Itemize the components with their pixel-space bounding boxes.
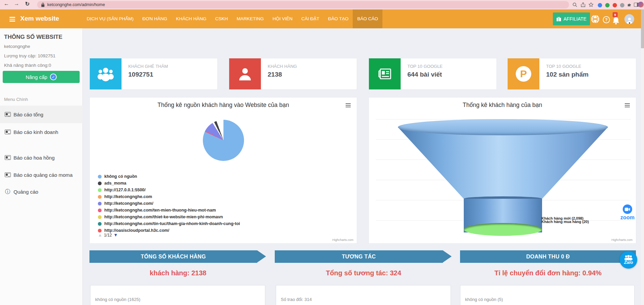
customers-summary: khách hàng: 2138 — [89, 269, 267, 277]
puzzle-extensions-icon[interactable] — [626, 2, 633, 8]
list-item-label: không có nguồn (1625) — [95, 297, 140, 302]
bookmark-star-icon[interactable] — [588, 2, 594, 8]
legend-page-down-icon[interactable]: ▼ — [113, 232, 118, 238]
nav-item-marketing[interactable]: MARKETING — [232, 9, 268, 28]
legend-item[interactable]: không có nguồn — [98, 173, 240, 180]
legend-page-up-icon[interactable]: ▲ — [98, 232, 102, 238]
nav-item-bao-cao[interactable]: BÁO CÁO — [353, 9, 382, 28]
legend-item[interactable]: http://ketcongnghe.com/ten-mien-thuong-h… — [98, 207, 240, 214]
legend-item[interactable]: http://ketcongnghe.com/thiet-ke-website-… — [98, 214, 240, 220]
sidebar-item-bao-cao-quang-cao-moma[interactable]: Báo cáo quảng cáo moma — [0, 166, 83, 184]
list-item-label: không có nguồn (5) — [465, 297, 503, 302]
report-icon — [5, 172, 11, 177]
legend-item[interactable]: http://oasiscloudportal.h3c.com/ — [98, 227, 240, 234]
banner-interactions[interactable]: TƯƠNG TÁC — [275, 250, 443, 263]
browser-reload-button[interactable]: ↻ — [24, 1, 31, 7]
banner-title: TỔNG SỐ KHÁCH HÀNG — [141, 254, 206, 260]
upgrade-button[interactable]: Nâng cấp ✓ — [3, 71, 80, 83]
sidebar-item-bao-cao-tong[interactable]: Báo cáo tổng — [0, 106, 83, 123]
help-icon[interactable]: ? — [602, 16, 611, 24]
legend-dot — [98, 202, 102, 205]
sidebar-item-bao-cao-kinh-doanh[interactable]: Báo cáo kinh doanh — [0, 123, 83, 141]
conversion-summary: Tỉ lệ chuyển đổi đơn hàng: 0.94% — [460, 269, 636, 277]
chart-menu-icon[interactable] — [346, 103, 351, 108]
stat-value: 644 bài viết — [407, 71, 442, 78]
stat-card-visitors[interactable]: KHÁCH GHÉ THĂM 1092751 — [89, 58, 218, 90]
nav-item-khach-hang[interactable]: KHÁCH HÀNG — [172, 9, 211, 28]
stat-card-articles[interactable]: TOP 10 GOOGLE 644 bài viết — [369, 58, 497, 90]
legend-dot — [98, 222, 102, 226]
success-stat: Khả năng thành công:0 — [4, 63, 51, 68]
address-bar[interactable]: ketcongnghe.com/admin/home — [37, 1, 569, 8]
legend-item[interactable]: ads_moma — [98, 180, 240, 187]
extension-icon[interactable] — [604, 2, 610, 8]
bell-icon[interactable] — [612, 16, 620, 25]
stat-card-customers[interactable]: KHÁCH HÀNG 2138 — [229, 58, 357, 90]
list-item-source[interactable]: không có nguồn (1625) — [90, 285, 265, 305]
banner-total-customers[interactable]: TỔNG SỐ KHÁCH HÀNG — [89, 250, 257, 263]
globe-icon[interactable] — [591, 15, 599, 23]
legend-dot — [98, 188, 102, 192]
zoom-widget[interactable]: zoom — [617, 204, 638, 221]
legend-dot — [98, 215, 102, 219]
report-icon — [5, 155, 11, 160]
browser-profile-avatar[interactable] — [638, 1, 644, 7]
funnel-label-buying-customers: Khách hàng mua hàng (20) — [541, 220, 589, 224]
legend-item[interactable]: http://ketcongnghe.com/ — [98, 200, 240, 207]
top-navbar: Xem website DỊCH VỤ (SẢN PHẨM) ĐƠN HÀNG … — [0, 9, 644, 28]
person-icon — [626, 17, 633, 24]
report-icon — [5, 130, 11, 134]
browser-chrome: ← → ↻ ketcongnghe.com/admin/home — [0, 0, 644, 9]
scrollbar-track[interactable] — [641, 9, 644, 305]
report-icon — [5, 112, 11, 117]
interactions-summary: Tổng số tương tác: 324 — [275, 269, 452, 277]
visits-stat: Lượng truy cập: 1092751 — [4, 53, 55, 58]
hamburger-menu-icon[interactable] — [9, 17, 15, 23]
legend-item[interactable]: http://ketcongnghe.com — [98, 193, 240, 200]
banner-revenue[interactable]: DOANH THU 0 Đ — [460, 250, 636, 263]
legend-dot — [98, 175, 102, 178]
extension-icon[interactable] — [619, 2, 625, 8]
browser-forward-button[interactable]: → — [13, 1, 20, 7]
user-avatar[interactable] — [624, 14, 634, 24]
list-item-exchanges[interactable]: Số trao đổi: 314 — [276, 285, 451, 305]
legend-item[interactable]: http://ketcongnghe.com/tin-tuc/tham-gia-… — [98, 220, 240, 227]
banner-title: DOANH THU 0 Đ — [526, 254, 570, 260]
product-p-icon: P — [508, 58, 539, 89]
extension-icon[interactable] — [597, 2, 603, 8]
list-item-source-orders[interactable]: không có nguồn (5) — [460, 285, 635, 305]
stat-card-products[interactable]: P TOP 10 GOOGLE 102 sản phẩm — [507, 58, 636, 90]
browser-back-button[interactable]: ← — [3, 1, 10, 7]
stat-label: KHÁCH GHÉ THĂM — [128, 64, 168, 69]
share-icon[interactable] — [580, 2, 586, 8]
chart-menu-icon[interactable] — [625, 103, 630, 108]
funnel-chart-title: Thống kê khách hàng của bạn — [369, 102, 636, 109]
zalo-widget[interactable]: Zalo — [620, 251, 637, 269]
stat-label: KHÁCH HÀNG — [268, 64, 297, 69]
highcharts-credit[interactable]: Highcharts.com — [332, 238, 353, 242]
search-icon[interactable] — [572, 2, 578, 8]
legend-dot — [98, 209, 102, 212]
scrollbar-thumb[interactable] — [641, 9, 644, 48]
info-icon: ⓘ — [5, 188, 11, 195]
legend-item[interactable]: http://127.0.0.1:5500/ — [98, 187, 240, 193]
funnel-cone — [398, 127, 608, 199]
sidebar-item-bao-cao-hoa-hong[interactable]: Báo cáo hoa hồng — [0, 149, 83, 166]
extension-icon[interactable] — [612, 2, 618, 8]
zoom-wordmark: zoom — [617, 215, 638, 221]
nav-item-dao-tao[interactable]: ĐÀO TẠO — [324, 9, 353, 28]
nav-item-cai-dat[interactable]: CÀI ĐẶT — [297, 9, 324, 28]
nav-item-cskh[interactable]: CSKH — [211, 9, 233, 28]
legend-pagination: ▲ 1/12 ▼ — [98, 232, 118, 238]
affiliate-button[interactable]: AFFILIATE — [553, 12, 590, 25]
check-circle-icon: ✓ — [50, 74, 57, 80]
stat-value: 2138 — [268, 71, 297, 78]
sidebar-item-quang-cao[interactable]: ⓘ Quảng cáo — [0, 183, 83, 200]
nav-item-hoi-vien[interactable]: HỘI VIÊN — [268, 9, 297, 28]
highcharts-credit[interactable]: Highcharts.com — [611, 238, 633, 242]
brand-link[interactable]: Xem website — [20, 15, 59, 22]
sidebar-item-label: Báo cáo kinh doanh — [14, 129, 58, 135]
nav-item-don-hang[interactable]: ĐƠN HÀNG — [138, 9, 172, 28]
pie-chart[interactable] — [203, 120, 244, 161]
nav-item-dich-vu[interactable]: DỊCH VỤ (SẢN PHẨM) — [82, 9, 138, 28]
